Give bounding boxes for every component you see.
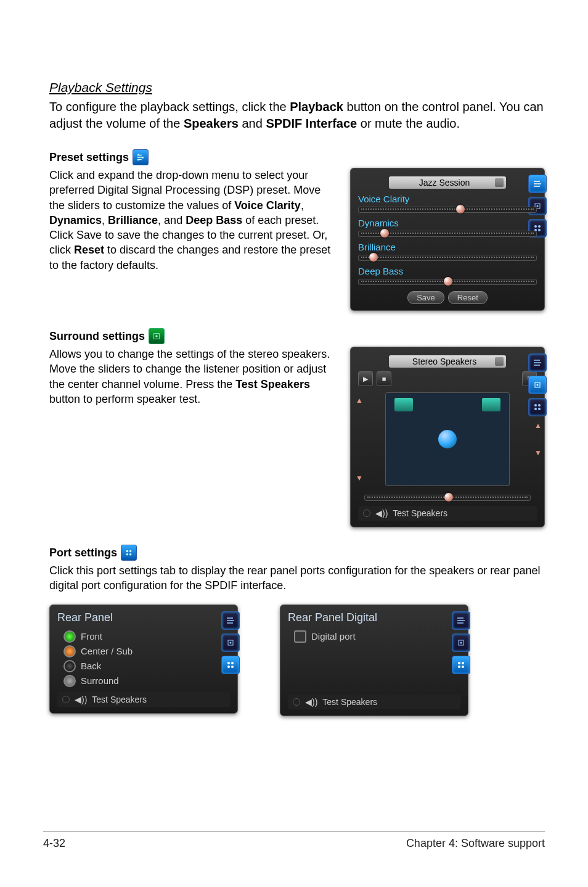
- port-tab-icon[interactable]: [452, 656, 470, 674]
- text: Deep Bass: [186, 214, 242, 226]
- test-speakers-button[interactable]: ◀)) Test Speakers: [358, 506, 537, 521]
- port-settings-heading: Port settings: [49, 545, 545, 561]
- svg-point-22: [227, 666, 230, 668]
- preset-tab-icon[interactable]: [221, 611, 240, 630]
- status-led-icon: [363, 510, 370, 517]
- rear-panel-title: Rear Panel: [57, 611, 230, 624]
- speaker-right-icon: [482, 398, 500, 411]
- port-tab-icon[interactable]: [221, 656, 240, 674]
- text: Reset: [74, 244, 104, 256]
- port-title: Port settings: [49, 547, 117, 559]
- text: Playback: [290, 100, 343, 113]
- port-center-label: Center / Sub: [81, 646, 133, 656]
- text: To configure the playback settings, clic…: [49, 100, 290, 113]
- surround-tab-icon[interactable]: [221, 633, 240, 652]
- dynamics-slider[interactable]: [358, 231, 537, 237]
- svg-point-19: [230, 642, 232, 643]
- svg-point-28: [458, 666, 460, 668]
- surround-tab-icon[interactable]: [452, 633, 470, 652]
- reset-button[interactable]: Reset: [448, 291, 488, 304]
- svg-point-7: [155, 335, 158, 337]
- surround-description: Allows you to change the settings of the…: [49, 347, 332, 406]
- port-center: Center / Sub: [63, 645, 230, 658]
- surround-settings-heading: Surround settings: [49, 328, 545, 344]
- save-button[interactable]: Save: [407, 291, 444, 304]
- preset-panel: Jazz Session ▲▼ Voice Clarity Dynamics B…: [350, 168, 545, 311]
- play-button[interactable]: ▶: [358, 371, 373, 386]
- chevron-updown-icon: ▲▼: [496, 357, 502, 366]
- text: Voice Clarity: [234, 199, 301, 212]
- arrow-down-icon: ▼: [356, 474, 363, 482]
- svg-point-13: [538, 408, 541, 410]
- text: Test Speakers: [235, 378, 310, 390]
- speaker-config-dropdown[interactable]: Stereo Speakers ▲▼: [389, 355, 506, 368]
- dynamics-label: Dynamics: [358, 218, 537, 228]
- port-description: Click this port settings tab to display …: [49, 563, 545, 593]
- text: Dynamics: [49, 214, 102, 226]
- svg-point-2: [534, 225, 537, 228]
- rear-panel-digital: Rear Panel Digital Digital port ◀)) Test…: [280, 604, 468, 716]
- svg-point-26: [458, 662, 460, 664]
- port-back-label: Back: [81, 661, 101, 671]
- port-front: Front: [63, 630, 230, 643]
- test-speakers-label: Test Speakers: [322, 697, 377, 707]
- preset-settings-heading: Preset settings: [49, 149, 545, 165]
- preset-tab-icon[interactable]: [528, 353, 547, 372]
- status-led-icon: [62, 696, 70, 703]
- listener-grid[interactable]: [385, 392, 510, 486]
- surround-title: Surround settings: [49, 330, 145, 343]
- port-back: Back: [63, 660, 230, 672]
- preset-dropdown[interactable]: Jazz Session ▲▼: [389, 176, 506, 189]
- svg-point-3: [538, 225, 541, 228]
- preset-description: Click and expand the drop-down menu to s…: [49, 168, 332, 273]
- preset-icon: [133, 149, 149, 165]
- svg-point-15: [129, 550, 132, 553]
- preset-tab-icon[interactable]: [528, 175, 547, 193]
- chevron-updown-icon: ▲▼: [496, 178, 502, 187]
- svg-point-11: [538, 404, 541, 406]
- svg-point-25: [460, 642, 462, 643]
- brilliance-label: Brilliance: [358, 242, 537, 252]
- test-speakers-label: Test Speakers: [393, 508, 447, 518]
- svg-point-14: [126, 550, 129, 553]
- test-speakers-label: Test Speakers: [92, 695, 147, 704]
- test-speakers-button[interactable]: ◀)) Test Speakers: [288, 695, 460, 709]
- deep-bass-slider[interactable]: [358, 279, 537, 285]
- port-surround: Surround: [63, 675, 230, 687]
- svg-point-23: [231, 666, 234, 668]
- svg-point-27: [462, 662, 464, 664]
- page-number: 4-32: [43, 837, 65, 850]
- arrow-up-icon: ▲: [356, 396, 363, 405]
- port-digital-label: Digital port: [311, 631, 356, 642]
- text: SPDIF Interface: [266, 117, 357, 130]
- page-footer: 4-32 Chapter 4: Software support: [43, 831, 545, 850]
- text: and: [242, 117, 266, 130]
- voice-clarity-slider[interactable]: [358, 207, 537, 213]
- playback-settings-heading: Playback Settings: [49, 80, 545, 95]
- rear-panel-digital-title: Rear Panel Digital: [288, 611, 460, 624]
- status-led-icon: [293, 698, 300, 706]
- svg-point-29: [462, 666, 464, 668]
- port-surround-label: Surround: [81, 675, 119, 686]
- center-volume-slider[interactable]: [364, 495, 531, 501]
- port-front-label: Front: [81, 631, 102, 642]
- speaker-sound-icon: ◀)): [375, 508, 388, 518]
- chapter-label: Chapter 4: Software support: [406, 837, 545, 850]
- text: , and: [158, 214, 186, 226]
- speaker-left-icon: [394, 398, 413, 411]
- jack-green-icon: [63, 630, 76, 643]
- text: button to perform speaker test.: [49, 393, 200, 405]
- rear-panel: Rear Panel Front Center / Sub Back Surro…: [49, 604, 238, 714]
- preset-tab-icon[interactable]: [452, 611, 470, 630]
- preset-title: Preset settings: [49, 151, 129, 164]
- jack-black-icon: [63, 660, 76, 672]
- text: Brilliance: [108, 214, 158, 226]
- port-digital: Digital port: [294, 630, 460, 643]
- deep-bass-label: Deep Bass: [358, 266, 537, 276]
- brilliance-slider[interactable]: [358, 255, 537, 261]
- text: ,: [301, 199, 304, 212]
- jack-orange-icon: [63, 645, 76, 658]
- listener-icon[interactable]: [438, 430, 457, 448]
- test-speakers-button[interactable]: ◀)) Test Speakers: [57, 692, 230, 707]
- stop-button[interactable]: ■: [377, 371, 391, 386]
